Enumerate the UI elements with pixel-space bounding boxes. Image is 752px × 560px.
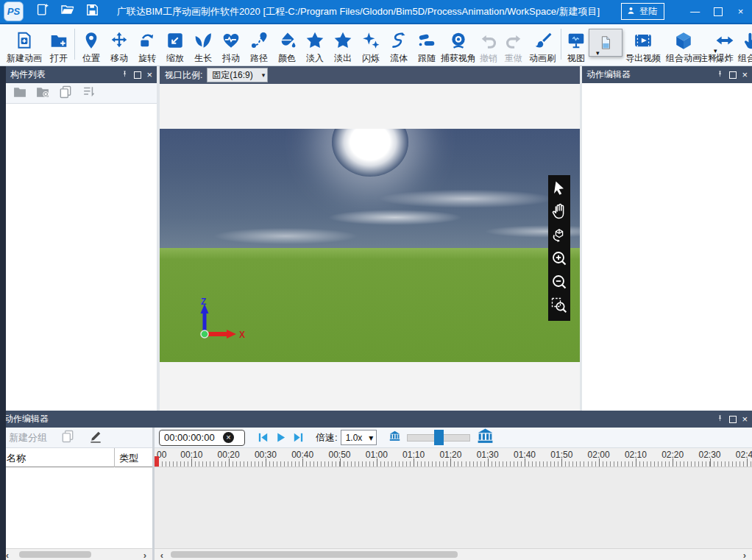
toolbar-button-capture-view[interactable]: 捕获视角 xyxy=(441,26,476,64)
open-file-button[interactable] xyxy=(54,1,79,22)
component-list-title: 构件列表 xyxy=(10,68,46,81)
toolbar-label: 撤销 xyxy=(480,52,497,64)
nav-zoom-out-button[interactable] xyxy=(548,272,570,295)
speed-select[interactable]: 1.0x ▾ xyxy=(341,430,377,445)
maximize-panel-icon[interactable] xyxy=(729,71,737,79)
ruler-major-tick xyxy=(229,458,230,467)
toolbar-button-new-animation[interactable]: 新建动画 xyxy=(3,26,46,64)
maximize-panel-icon[interactable] xyxy=(134,71,141,79)
toolbar-button-view[interactable]: 视图 xyxy=(564,26,589,64)
pin-icon[interactable] xyxy=(121,70,129,80)
toolbar-button-undo[interactable]: 撤销 xyxy=(476,26,501,64)
maximize-button[interactable] xyxy=(706,1,729,22)
track-list-scrollbar[interactable]: ‹ › xyxy=(0,548,152,560)
3d-viewport[interactable]: Z X xyxy=(160,129,580,362)
nav-zoom-in-button[interactable] xyxy=(548,248,570,272)
camera-icon xyxy=(449,29,468,52)
component-list-panel: 构件列表 × xyxy=(6,66,157,411)
zoom-window-icon xyxy=(550,297,568,317)
nav-pan-hand-button[interactable] xyxy=(548,201,570,224)
time-field[interactable]: × xyxy=(159,430,245,446)
toolbar-button-annotation[interactable]: 注释 xyxy=(703,26,712,64)
timeline-header: 动作编辑器 × xyxy=(0,411,752,428)
scrollbar-thumb[interactable] xyxy=(171,551,458,558)
toolbar-button-fade-in[interactable]: 淡入 xyxy=(301,26,329,64)
toolbar-button-follow[interactable]: 跟随 xyxy=(413,26,441,64)
toolbar-button-fade-out[interactable]: 淡出 xyxy=(329,26,357,64)
close-panel-icon[interactable]: × xyxy=(742,415,748,423)
timeline-splitter[interactable] xyxy=(152,428,155,560)
toolbar-button-path[interactable]: 路径 xyxy=(245,26,273,64)
nav-orbit-button[interactable] xyxy=(548,224,570,248)
timeline-zoom-in-icon[interactable] xyxy=(476,427,494,448)
toolbar-button-explode[interactable]: ▾爆炸 xyxy=(712,26,737,64)
timeline-scrollbar[interactable]: ‹ › xyxy=(155,548,752,560)
playhead[interactable] xyxy=(155,456,159,467)
toolbar-label: 移动 xyxy=(110,52,128,64)
copy-icon[interactable] xyxy=(60,429,75,447)
close-panel-icon[interactable]: × xyxy=(146,71,152,79)
close-button[interactable]: × xyxy=(729,1,752,22)
scroll-left-icon[interactable]: ‹ xyxy=(156,550,168,560)
folder-icon[interactable] xyxy=(13,85,27,102)
viewport-ratio-value: 固定(16:9) xyxy=(212,69,252,82)
scrollbar-thumb[interactable] xyxy=(19,551,91,558)
action-editor-body[interactable] xyxy=(582,83,752,411)
maximize-panel-icon[interactable] xyxy=(729,416,737,423)
toolbar-button-combo-animation[interactable]: 组合动画 xyxy=(664,26,703,64)
copy-icon[interactable] xyxy=(58,85,73,102)
timeline-ruler[interactable]: 0000:1000:2000:3000:4000:5001:0001:1001:… xyxy=(155,448,752,467)
toolbar-button-scale[interactable]: 缩放 xyxy=(161,26,189,64)
minimize-button[interactable]: — xyxy=(684,1,706,22)
step-forward-button[interactable] xyxy=(289,429,307,447)
clear-time-icon[interactable]: × xyxy=(223,432,234,443)
scroll-right-icon[interactable]: › xyxy=(739,550,751,560)
zoom-out-icon xyxy=(550,273,568,294)
toolbar-label: 路径 xyxy=(250,52,268,64)
login-button[interactable]: 登陆 xyxy=(621,3,664,20)
maximize-icon xyxy=(714,7,723,16)
toolbar-button-grow[interactable]: 生长 xyxy=(189,26,217,64)
timeline-zoom-slider[interactable] xyxy=(407,434,470,442)
toolbar-button-shake[interactable]: 抖动 xyxy=(217,26,245,64)
time-input[interactable] xyxy=(164,432,220,443)
new-group-button[interactable]: 新建分组 xyxy=(9,431,47,444)
step-back-button[interactable] xyxy=(254,429,272,447)
toolbar-button-rotate[interactable]: 旋转 xyxy=(133,26,161,64)
docked-tab-strip[interactable] xyxy=(0,66,6,560)
scroll-right-icon[interactable]: › xyxy=(139,550,151,560)
column-divider[interactable] xyxy=(114,448,115,467)
toolbar-button-export-video[interactable]: 导出视频 xyxy=(622,26,664,64)
new-file-button[interactable] xyxy=(29,1,54,22)
list-icon[interactable] xyxy=(81,85,96,102)
nav-zoom-window-button[interactable] xyxy=(548,295,570,319)
column-name[interactable]: 名称 xyxy=(7,452,26,465)
toolbar-button-anim-brush[interactable]: 动画刷 xyxy=(526,26,558,64)
toolbar-button-move[interactable]: 移动 xyxy=(105,26,133,64)
folder-remove-icon[interactable] xyxy=(35,85,50,102)
toolbar-button-fluid[interactable]: 流体 xyxy=(385,26,413,64)
save-button[interactable] xyxy=(79,1,104,22)
pin-icon[interactable] xyxy=(716,414,724,425)
close-panel-icon[interactable]: × xyxy=(742,71,748,79)
viewport-ratio-select[interactable]: 固定(16:9) ▾ xyxy=(207,68,268,82)
play-button[interactable] xyxy=(272,429,289,447)
toolbar-button-color[interactable]: 颜色 xyxy=(273,26,301,64)
toolbar-label: 位置 xyxy=(82,52,100,64)
timeline-zoom-out-icon[interactable] xyxy=(389,430,401,445)
toolbar-button-open[interactable]: 打开 xyxy=(46,26,72,64)
toolbar-button-position[interactable]: 位置 xyxy=(77,26,105,64)
timeline-body[interactable] xyxy=(155,467,752,548)
track-list-body[interactable] xyxy=(0,467,152,548)
slider-handle[interactable] xyxy=(434,430,444,445)
toolbar-button-combo-key[interactable]: 组合键 xyxy=(737,26,752,64)
toolbar-button-background-picker[interactable]: ▾ xyxy=(589,29,622,57)
column-type[interactable]: 类型 xyxy=(119,452,138,465)
toolbar-button-redo[interactable]: 重做 xyxy=(501,26,526,64)
toolbar-label: 爆炸 xyxy=(716,52,734,64)
nav-select-cursor-button[interactable] xyxy=(548,177,570,201)
pin-icon[interactable] xyxy=(716,70,724,80)
toolbar-button-flash[interactable]: 闪烁 xyxy=(357,26,385,64)
pencil-icon[interactable] xyxy=(88,429,103,447)
component-list-body[interactable] xyxy=(6,104,157,411)
